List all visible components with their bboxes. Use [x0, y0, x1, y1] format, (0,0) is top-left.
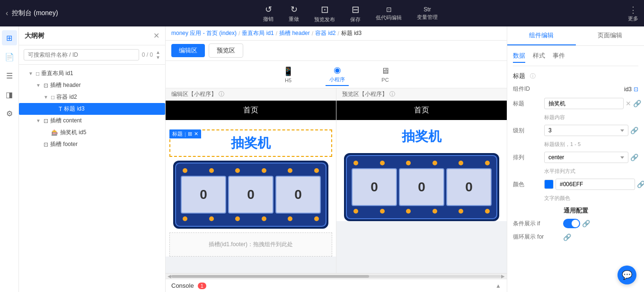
console-bar: Console 1 ▲	[166, 279, 507, 292]
tree-item-container-id2[interactable]: ▼ □ 容器 id2	[19, 91, 165, 103]
device-pc[interactable]: 🖥 PC	[377, 64, 393, 85]
tab-page-edit[interactable]: 页面编辑	[576, 26, 644, 45]
preview-frame: 首页 抽奖机	[336, 101, 507, 221]
undo-button[interactable]: ↺ 撤销	[263, 4, 273, 23]
breadcrumb-item-1[interactable]: 垂直布局 id1	[242, 29, 273, 37]
breadcrumb-item-3[interactable]: 容器 id2	[315, 29, 335, 37]
chat-bubble-button[interactable]: 💬	[618, 266, 636, 284]
dot	[183, 216, 187, 221]
title-link-button[interactable]: 🔗	[633, 100, 641, 107]
title-input[interactable]	[544, 98, 624, 109]
tree-item-slot-header[interactable]: ▼ ⊡ 插槽 header	[19, 79, 165, 91]
device-miniprogram[interactable]: ◉ 小程序	[326, 63, 349, 86]
title-prop-row: 标题 ✕ 🔗	[513, 98, 638, 109]
redo-button[interactable]: ↻ 重做	[289, 4, 299, 23]
canvas-area: money 应用 - 首页 (index) / 垂直布局 id1 / 插槽 he…	[166, 26, 507, 292]
copy-id-button[interactable]: ⊡	[634, 86, 638, 93]
delete-icon[interactable]: ✕	[194, 131, 198, 137]
variables-icon: Str	[423, 6, 431, 13]
edit-slot-machine[interactable]: 0 0 0	[173, 161, 328, 229]
variables-button[interactable]: Str 变量管理	[417, 6, 438, 21]
preview-reel-2: 0	[399, 168, 444, 206]
dot	[485, 209, 490, 214]
preview-slot-machine-wrapper: 0 0 0	[340, 153, 503, 221]
color-swatch[interactable]	[544, 180, 554, 189]
device-h5[interactable]: 📱 H5	[279, 64, 297, 85]
dot	[459, 209, 463, 214]
search-arrow-up[interactable]: ▲	[156, 50, 160, 55]
if-toggle[interactable]	[563, 219, 580, 228]
edit-footer-slot[interactable]: 插槽(id1.footer)：拖拽组件到此处	[169, 232, 332, 257]
dot	[353, 161, 358, 165]
tree-item-slot-footer[interactable]: ⊡ 插槽 footer	[19, 138, 165, 150]
right-panel-tabs: 组件编辑 页面编辑	[507, 26, 644, 46]
align-select[interactable]: center	[544, 152, 628, 163]
outline-close-button[interactable]: ✕	[153, 31, 159, 40]
tree-item-vertical-layout[interactable]: ▼ □ 垂直布局 id1	[19, 68, 165, 79]
sub-tab-events[interactable]: 事件	[553, 52, 565, 63]
tree-toggle[interactable]: ▼	[36, 118, 42, 123]
h5-label: H5	[285, 77, 291, 83]
tree-item-heading-id3[interactable]: T 标题 id3	[19, 103, 165, 115]
save-icon: ⊟	[352, 4, 360, 15]
more-menu-button[interactable]: ⋮ 更多	[628, 5, 638, 22]
console-badge: 1	[198, 283, 206, 289]
tree-item-slot-content[interactable]: ▼ ⊡ 插槽 content	[19, 115, 165, 127]
color-link-button[interactable]: 🔗	[637, 180, 644, 188]
breadcrumb-item-2[interactable]: 插槽 header	[279, 29, 310, 37]
tab-component-edit[interactable]: 组件编辑	[507, 26, 576, 45]
sub-tab-data[interactable]: 数据	[513, 52, 525, 63]
search-arrow-down[interactable]: ▼	[156, 55, 160, 60]
comp-id-label: 组件ID	[513, 85, 530, 93]
move-icon[interactable]: ⊞	[188, 131, 192, 137]
scrollbar-track[interactable]	[171, 275, 501, 278]
align-link-button[interactable]: 🔗	[630, 154, 638, 161]
tree-label: 标题 id3	[64, 105, 161, 113]
color-input[interactable]	[556, 179, 635, 190]
slot-dots-bottom	[181, 216, 321, 221]
comp-id-row: 组件ID id3 ⊡	[513, 85, 638, 93]
tree-label: 插槽 footer	[50, 140, 161, 148]
tree-toggle[interactable]: ▼	[44, 94, 49, 100]
tree-label: 垂直布局 id1	[41, 69, 161, 77]
scrollbar-thumb	[171, 275, 369, 278]
sidebar-item-outline[interactable]: ☰	[2, 68, 17, 83]
device-bar: 📱 H5 ◉ 小程序 🖥 PC	[166, 61, 507, 88]
canvas-scrollbar[interactable]: ◀ ▶	[166, 273, 507, 279]
back-button[interactable]: ‹	[6, 9, 8, 17]
outline-search-input[interactable]	[24, 49, 139, 60]
canvas-content[interactable]: 编辑区【小程序】 ⓘ 首页 标题 | ⊞	[166, 88, 507, 273]
preview-panel-info-icon: ⓘ	[389, 90, 395, 98]
preview-slot-machine: 0 0 0	[344, 153, 499, 221]
scroll-right-arrow[interactable]: ▶	[501, 274, 505, 279]
sub-tab-style[interactable]: 样式	[533, 52, 545, 63]
tree-toggle[interactable]: ▼	[36, 83, 42, 88]
tree-item-slot-machine[interactable]: 🎰 抽奖机 id5	[19, 127, 165, 138]
if-prop-value: 🔗	[563, 219, 638, 228]
for-prop-row: 循环展示 for 🔗	[513, 233, 638, 241]
title-clear-button[interactable]: ✕	[626, 100, 631, 107]
undo-icon: ↺	[265, 4, 272, 15]
tree-toggle[interactable]: ▼	[28, 71, 34, 76]
console-toggle[interactable]: ▲	[495, 283, 501, 289]
save-button[interactable]: ⊟ 保存	[350, 4, 361, 23]
dot	[288, 168, 292, 173]
for-link-button[interactable]: 🔗	[563, 233, 571, 241]
level-link-button[interactable]: 🔗	[630, 127, 638, 134]
sidebar-item-pages[interactable]: 📄	[2, 49, 17, 64]
breadcrumb-item-0[interactable]: money 应用 - 首页 (index)	[171, 29, 237, 37]
if-link-button[interactable]: 🔗	[582, 220, 590, 227]
heading-label-row: 标题 ⓘ	[513, 72, 638, 80]
preview-publish-button[interactable]: ⊡ 预览发布	[314, 4, 335, 23]
level-select[interactable]: 3	[544, 125, 628, 136]
general-section-title: 通用配置	[513, 206, 638, 215]
sidebar-item-components[interactable]: ⊞	[2, 30, 17, 45]
scroll-left-arrow[interactable]: ◀	[168, 274, 171, 279]
outline-search-bar: 0 / 0 ▲ ▼	[19, 45, 165, 65]
edit-area-button[interactable]: 编辑区	[171, 44, 205, 57]
preview-area-button[interactable]: 预览区	[209, 43, 243, 58]
for-prop-value: 🔗	[563, 233, 638, 241]
lowcode-button[interactable]: ⊡ 低代码编辑	[376, 6, 402, 21]
sidebar-item-settings[interactable]: ⚙	[2, 106, 17, 121]
sidebar-item-assets[interactable]: ◨	[2, 87, 17, 102]
